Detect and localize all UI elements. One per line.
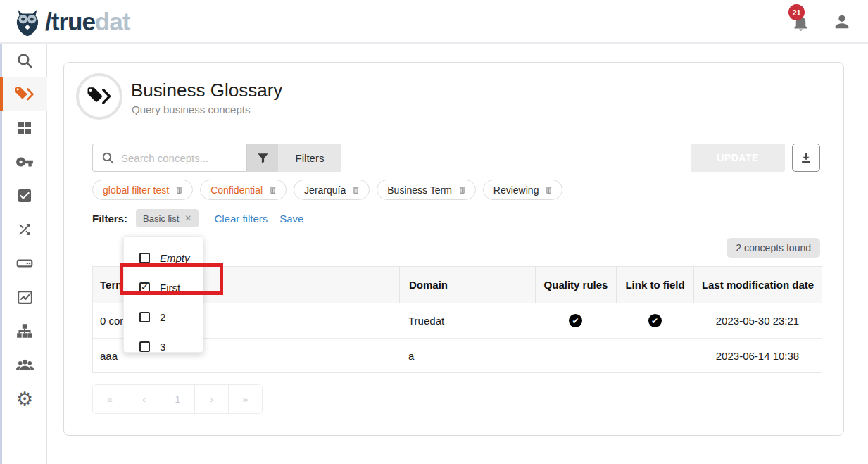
filter-chip-label: Business Term <box>387 184 452 196</box>
filter-chip[interactable]: global filter test <box>92 180 193 200</box>
grid-icon <box>16 120 33 137</box>
dropdown-option-label: Empty <box>160 252 190 264</box>
filter-chip-label: Jerarquía <box>304 184 346 196</box>
active-indicator <box>0 77 3 111</box>
quality-rules-check-icon: ✔ <box>569 314 582 327</box>
logo-true: true <box>51 8 95 35</box>
trash-icon[interactable] <box>458 185 467 195</box>
remove-saved-filter-icon[interactable]: ✕ <box>184 213 191 223</box>
sidebar-item-settings[interactable]: ⚙ <box>2 382 47 415</box>
app-window: /truedat 21 <box>0 0 868 464</box>
filter-funnel-button[interactable] <box>247 144 278 172</box>
checkbox-icon[interactable] <box>139 253 150 263</box>
page-subtitle: Query business concepts <box>132 104 250 115</box>
tag-emblem-icon <box>86 85 113 108</box>
cell-last-modification: 2023-06-14 10:38 <box>693 339 822 372</box>
search-input-icon <box>101 151 115 165</box>
search-icon <box>16 52 34 70</box>
sidebar-item-lineage[interactable] <box>2 213 47 246</box>
topbar: /truedat 21 <box>0 0 868 44</box>
filter-chip[interactable]: Business Term <box>377 180 476 200</box>
filters-button-label: Filters <box>296 152 325 164</box>
sidebar-item-users[interactable] <box>2 348 47 382</box>
trash-icon[interactable] <box>268 185 277 195</box>
glossary-emblem <box>76 73 122 120</box>
save-filter-link[interactable]: Save <box>279 213 303 225</box>
person-icon <box>832 12 852 32</box>
dropdown-option[interactable]: 3 <box>124 332 203 361</box>
filter-chip-label: Confidential <box>210 184 263 196</box>
trash-icon[interactable] <box>351 185 360 195</box>
users-icon <box>15 356 34 375</box>
search-toolbar: Filters <box>92 144 341 172</box>
cell-domain: a <box>399 339 535 372</box>
filters-bar-label: Filters: <box>92 213 127 225</box>
link-to-field-check-icon: ✔ <box>648 314 662 327</box>
pagination-prev-button[interactable]: ‹ <box>127 385 161 413</box>
checkbox-icon[interactable] <box>139 341 150 352</box>
key-icon <box>15 153 34 171</box>
cell-quality-rules: ✔ <box>535 303 616 338</box>
filters-button[interactable]: Filters <box>278 144 341 172</box>
truedat-logo[interactable]: /truedat <box>11 6 130 38</box>
dropdown-option-label: 2 <box>160 311 165 323</box>
dropdown-option[interactable]: Empty <box>124 243 203 272</box>
checkbox-icon[interactable] <box>139 312 150 322</box>
sidebar-item-dashboards[interactable] <box>2 111 47 145</box>
filter-chip-label: global filter test <box>103 184 169 196</box>
sidebar-item-structures[interactable] <box>2 314 47 348</box>
trash-icon[interactable] <box>544 185 553 195</box>
gear-icon: ⚙ <box>16 389 33 408</box>
drive-icon <box>15 254 34 272</box>
results-count-badge: 2 concepts found <box>727 238 820 258</box>
filter-chip-label: Reviewing <box>493 184 539 196</box>
filter-chip[interactable]: Jerarquía <box>294 180 370 200</box>
page-title: Business Glossary <box>131 80 282 101</box>
clear-filters-link[interactable]: Clear filters <box>214 213 268 225</box>
checkbox-icon[interactable] <box>139 282 150 293</box>
pagination-last-button[interactable]: » <box>228 385 262 413</box>
user-menu-button[interactable] <box>832 12 853 33</box>
logo-slash: / <box>45 8 51 35</box>
pagination-next-button[interactable]: › <box>194 385 228 413</box>
logo-dat: dat <box>95 8 130 35</box>
dropdown-option-label: 3 <box>160 341 165 353</box>
pagination-first-button[interactable]: « <box>93 385 127 413</box>
sitemap-icon <box>15 322 34 340</box>
filter-chip[interactable]: Reviewing <box>483 180 563 200</box>
tag-icon <box>14 85 35 104</box>
search-input[interactable] <box>121 152 241 164</box>
sidebar-item-rules[interactable] <box>2 179 47 213</box>
sidebar-item-permissions[interactable] <box>2 145 47 179</box>
column-header-domain[interactable]: Domain <box>399 267 535 303</box>
dropdown-option[interactable]: 2 <box>124 302 203 332</box>
download-button[interactable] <box>792 144 820 172</box>
saved-filter-chip[interactable]: Basic list ✕ <box>136 209 199 227</box>
sidebar-item-search[interactable] <box>2 44 47 77</box>
notification-count-badge: 21 <box>788 4 805 20</box>
saved-filter-name: Basic list <box>143 213 179 224</box>
sidebar: ⚙ <box>2 44 47 464</box>
column-header-last-modification[interactable]: Last modification date <box>693 267 822 303</box>
saved-filters-bar: Filters: Basic list ✕ Clear filters Save <box>92 209 303 227</box>
shuffle-icon <box>16 221 33 238</box>
filter-options-dropdown: Empty First 2 3 <box>123 236 203 353</box>
sidebar-item-data-sources[interactable] <box>2 246 47 280</box>
sidebar-item-glossary[interactable] <box>2 77 47 111</box>
pagination: « ‹ 1 › » <box>92 384 263 414</box>
download-icon <box>799 151 813 165</box>
active-filter-chips: global filter test Confidential Jerarquí… <box>92 180 562 200</box>
notifications-button[interactable]: 21 <box>788 4 819 39</box>
cell-link-to-field: ✔ <box>616 303 693 338</box>
column-header-link-to-field[interactable]: Link to field <box>616 267 693 303</box>
column-header-quality-rules[interactable]: Quality rules <box>535 267 616 303</box>
cell-quality-rules <box>535 339 616 372</box>
pagination-page-1-button[interactable]: 1 <box>161 385 194 413</box>
trash-icon[interactable] <box>175 185 184 195</box>
update-button[interactable]: UPDATE <box>691 144 785 172</box>
sidebar-item-quality[interactable] <box>2 280 47 314</box>
search-box <box>92 144 247 172</box>
filter-chip[interactable]: Confidential <box>200 180 287 200</box>
dropdown-option[interactable]: First <box>124 272 203 302</box>
cell-domain: Truedat <box>399 303 535 338</box>
